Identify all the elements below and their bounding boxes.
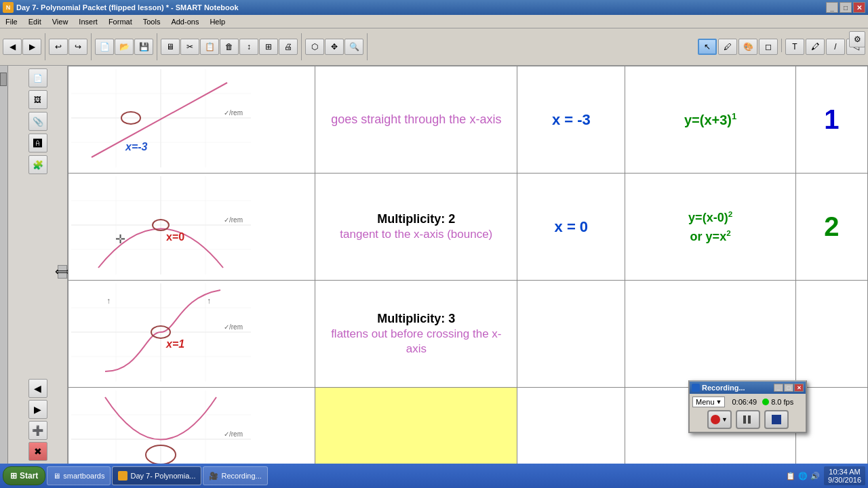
undo-button[interactable]: ↩ [49,39,68,55]
fps-display: 8.0 fps [762,398,793,406]
desc-cell-1: goes straight through the x-axis [315,66,517,174]
undo-group: ↩ ↪ [49,39,87,55]
sidebar-tool-attach[interactable]: 📎 [28,112,47,131]
title-bar-left: N Day 7- Polynomial Packet (flipped less… [3,2,239,13]
svg-text:✓/rem: ✓/rem [224,430,243,438]
highlighter-tool[interactable]: 🖍 [806,39,825,55]
line-tool[interactable]: / [826,39,845,55]
sidebar-nav-back[interactable]: ◀ [28,379,47,398]
taskbar-notebook[interactable]: Day 7- Polynomia... [112,466,201,485]
shape-btn[interactable]: ⬡ [305,39,324,55]
panel-resize-handle[interactable]: ⟺ [58,265,67,279]
menu-help[interactable]: Help [204,16,231,27]
view-btn3[interactable]: 📋 [200,39,219,55]
sidebar-tool-gallery[interactable]: 🖼 [28,90,47,109]
graph-svg-3: x=1 ↑ ↑ ✓/rem [71,283,251,382]
number-cell-2: 2 [795,174,867,281]
pause-button[interactable] [736,410,760,429]
settings-button[interactable]: ⚙ [849,31,865,47]
pause-bar-left [743,415,746,424]
stop-button[interactable] [764,410,789,429]
taskbar-smartboards[interactable]: 🖥 smartboards [47,466,111,485]
menu-addons[interactable]: Add-ons [165,16,204,27]
redo-button[interactable]: ↪ [68,39,87,55]
eq-cell-3 [517,281,625,388]
record-button[interactable]: ▼ [707,410,732,429]
start-button[interactable]: ⊞ Start [3,466,45,485]
separator-1 [45,33,45,60]
sidebar-nav-add[interactable]: ➕ [28,421,47,440]
close-button[interactable]: ✕ [853,2,865,13]
number-cell-1: 1 [795,66,867,174]
fps-value: 8.0 fps [771,398,793,406]
desc-text-2: tangent to the x-axis (bounce) [321,227,511,242]
menu-format[interactable]: Format [103,16,138,27]
table-row: x=0 ✓/rem Multiplicity: 2 tangent to the… [68,174,868,281]
menu-file[interactable]: File [0,16,23,27]
view-btn1[interactable]: 🖥 [161,39,180,55]
back-button[interactable]: ◀ [3,39,22,55]
window-title: Day 7- Polynomial Packet (flipped lesson… [16,3,239,12]
desc-cell-4-yellow [315,388,517,464]
recording-dialog: Recording... _ □ ✕ Menu ▼ 0:06:49 [688,380,807,433]
svg-text:x=0: x=0 [166,231,184,243]
graph-cell-2: x=0 ✓/rem [68,174,315,281]
print-button[interactable]: 🖨 [279,39,298,55]
recording-icon: 🎥 [209,472,218,481]
show-desktop-icon[interactable]: 📋 [786,472,795,481]
maximize-button[interactable]: □ [840,2,852,13]
minimize-button[interactable]: _ [826,2,838,13]
taskbar: ⊞ Start 🖥 smartboards Day 7- Polynomia..… [0,464,868,488]
dialog-restore[interactable]: □ [784,384,793,392]
eraser-tool[interactable]: ◻ [759,39,778,55]
separator-5 [367,33,368,60]
save-button[interactable]: 💾 [134,39,153,55]
dialog-row-top: Menu ▼ 0:06:49 8.0 fps [692,396,803,407]
graph-cell-4: ✓/rem [68,388,315,464]
dialog-close[interactable]: ✕ [794,384,804,392]
view-group: 🖥 ✂ 📋 🗑 ↕ ⊞ 🖨 [161,39,298,55]
view-btn2[interactable]: ✂ [180,39,199,55]
sidebar-nav-forward[interactable]: ▶ [28,400,47,419]
text-tool[interactable]: T [785,39,804,55]
move-btn[interactable]: ✥ [325,39,344,55]
graph-svg-2: x=0 ✓/rem [71,176,251,274]
vertical-scrollbar[interactable] [0,66,8,464]
pause-bar-right [748,415,751,424]
scroll-thumb[interactable] [0,73,7,86]
menu-bar: File Edit View Insert Format Tools Add-o… [0,15,868,28]
view-btn5[interactable]: ↕ [239,39,258,55]
network-icon[interactable]: 🌐 [798,472,808,481]
open-button[interactable]: 📂 [115,39,134,55]
notebook-icon [118,471,127,481]
menu-edit[interactable]: Edit [23,16,47,27]
pen-tool[interactable]: 🖊 [718,39,737,55]
sidebar-tool-pages[interactable]: 📄 [28,68,47,87]
shape-group: ⬡ ✥ 🔍 [305,39,363,55]
new-button[interactable]: 📄 [95,39,114,55]
taskbar-recording[interactable]: 🎥 Recording... [203,466,267,485]
menu-view[interactable]: View [47,16,74,27]
dialog-minimize[interactable]: _ [774,384,783,392]
select-tool[interactable]: ↖ [698,39,717,55]
sidebar-nav-delete[interactable]: ✖ [28,442,47,461]
dialog-controls[interactable]: _ □ ✕ [774,384,804,392]
fill-tool[interactable]: 🎨 [738,39,757,55]
table-row: x=-3 ✓/rem goes straight through the x-a… [68,66,868,174]
menu-dropdown[interactable]: Menu ▼ [692,396,725,407]
zoom-btn[interactable]: 🔍 [344,39,363,55]
view-btn6[interactable]: ⊞ [259,39,278,55]
window-controls[interactable]: _ □ ✕ [826,2,865,13]
view-btn4[interactable]: 🗑 [220,39,239,55]
left-panel: 📄 🖼 📎 🅰 🧩 ◀ ▶ ➕ ✖ ⟺ [0,66,68,464]
volume-icon[interactable]: 🔊 [810,472,820,481]
menu-insert[interactable]: Insert [73,16,103,27]
desc-title-2: Multiplicity: 2 [321,211,511,227]
sidebar-tool-props[interactable]: 🅰 [28,134,47,152]
notebook-label: Day 7- Polynomia... [130,472,195,480]
forward-button[interactable]: ▶ [22,39,41,55]
formula-1: y=(x+3)1 [625,111,795,128]
menu-tools[interactable]: Tools [138,16,166,27]
sidebar-tool-extra[interactable]: 🧩 [28,155,47,174]
svg-text:✓/rem: ✓/rem [224,109,243,117]
